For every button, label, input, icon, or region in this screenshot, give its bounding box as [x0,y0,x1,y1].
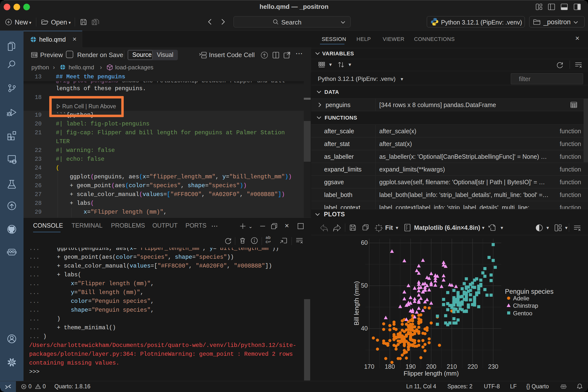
svg-text:Bill length (mm): Bill length (mm) [353,281,360,326]
svg-text:Gentoo: Gentoo [513,310,532,316]
svg-text:Chinstrap: Chinstrap [513,302,538,309]
svg-text:60: 60 [361,239,368,246]
svg-text:170: 170 [364,363,374,370]
svg-text:190: 190 [406,363,416,370]
svg-text:Adelie: Adelie [513,295,530,302]
svg-text:230: 230 [488,363,498,370]
svg-text:200: 200 [426,363,436,370]
svg-text:50: 50 [361,282,368,289]
svg-text:Penguin species: Penguin species [505,288,554,295]
svg-text:180: 180 [385,363,395,370]
svg-text:40: 40 [361,325,368,332]
svg-text:210: 210 [447,363,457,370]
svg-text:220: 220 [468,363,478,370]
svg-text:Flipper length (mm): Flipper length (mm) [404,370,459,377]
